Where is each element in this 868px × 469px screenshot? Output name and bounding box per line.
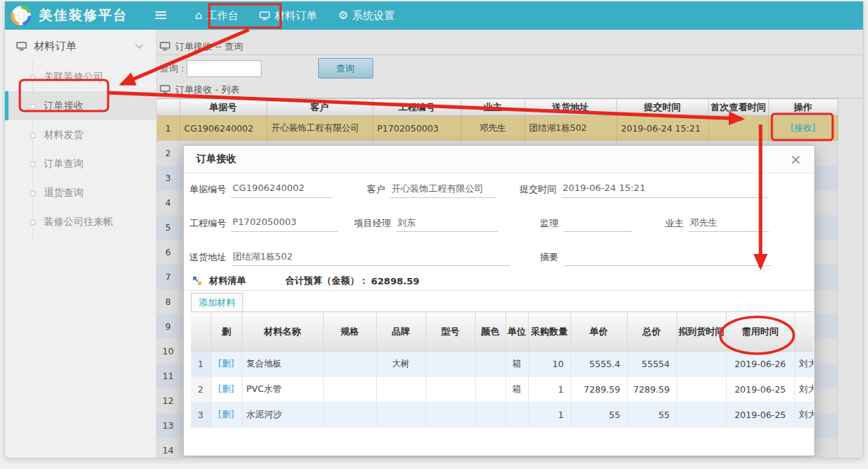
- delete-link[interactable]: [删]: [218, 409, 234, 419]
- cell-unit: 箱: [505, 377, 528, 403]
- sidebar-item-company-accounts[interactable]: 装修公司往来帐: [5, 207, 156, 236]
- field-order-no: 单据编号 CG1906240002: [189, 181, 333, 198]
- cell-rownum: 1: [157, 116, 180, 141]
- cell-rownum: 5: [157, 215, 180, 240]
- materials-column-header: 拟到货时间: [676, 312, 726, 352]
- materials-column-header: [191, 312, 211, 352]
- material-row[interactable]: 3 [删] 水泥河沙 1 55 55 2019-06: [191, 403, 814, 428]
- brand-title: 美佳装修平台: [39, 6, 128, 25]
- materials-column-header: 规格: [323, 312, 376, 352]
- cell-rownum: 8: [157, 289, 180, 314]
- cell-rownum: 3: [191, 403, 211, 428]
- cell-unit-price: 7289.59: [570, 377, 627, 403]
- cell-rownum: 11: [157, 364, 180, 388]
- add-material-button[interactable]: 添加材料: [191, 293, 243, 313]
- monitor-icon: [160, 42, 170, 51]
- cell-rownum: 4: [157, 190, 180, 215]
- cell-extra: 刘大: [794, 403, 814, 428]
- cell-qty: 10: [528, 352, 570, 377]
- cell-rownum: 7: [157, 265, 180, 289]
- sidebar-item-order-receive[interactable]: 订单接收: [5, 91, 156, 120]
- brand-logo-icon: [11, 5, 32, 26]
- cell-order-no: CG1906240002: [180, 116, 266, 141]
- materials-column-header: 总价: [627, 312, 676, 352]
- chevron-down-icon: [135, 40, 143, 48]
- materials-column-header: 采购数量: [528, 312, 570, 352]
- cell-unit-price: 5555.4: [570, 352, 627, 377]
- field-submit-time: 提交时间 2019-06-24 15:21: [520, 181, 768, 198]
- cell-need-time: 2019-06-25: [726, 403, 794, 428]
- nav-item-workbench[interactable]: ⌂ 工作台: [184, 1, 249, 30]
- cell-eta: [676, 377, 726, 403]
- cell-project-no: P1702050003: [373, 116, 461, 141]
- nav-item-system-settings[interactable]: ⚙ 系统设置: [327, 1, 405, 30]
- cell-extra: 刘大: [794, 352, 814, 377]
- field-summary: 摘要: [540, 249, 771, 266]
- field-supervisor: 监理: [540, 215, 633, 232]
- materials-column-header: 颜色: [475, 312, 505, 352]
- materials-column-header: 型号: [426, 312, 475, 352]
- sidebar-item-order-query[interactable]: 订单查询: [5, 149, 156, 178]
- list-column-header: 工程编号: [373, 99, 461, 116]
- menu-toggle-icon[interactable]: ≡: [153, 5, 168, 25]
- cell-unit: 箱: [505, 352, 528, 377]
- field-owner: 业主 邓先生: [665, 215, 769, 232]
- sidebar-item-linked-companies[interactable]: 关联装修公司: [5, 62, 156, 91]
- gear-icon: ⚙: [338, 10, 348, 21]
- material-row[interactable]: 2 [删] PVC水管 箱 1 7289.59 7289.59: [191, 377, 814, 403]
- cell-total-price: 55: [627, 403, 676, 428]
- cell-total-price: 55554: [627, 352, 676, 377]
- cell-rownum: 9: [157, 314, 180, 339]
- cell-rownum: 2: [157, 141, 180, 166]
- search-input[interactable]: [187, 60, 262, 77]
- sidebar-item-material-shipping[interactable]: 材料发货: [5, 120, 156, 149]
- delete-link[interactable]: [删]: [218, 358, 234, 369]
- sidebar: 材料订单 关联装修公司 订单接收 材料发货 订单查询 退货查询 装修公司往来帐: [5, 30, 157, 458]
- list-header-row: 单据号客户工程编号业主送货地址提交时间首次查看时间操作: [157, 99, 838, 116]
- close-icon[interactable]: ×: [790, 152, 802, 166]
- cell-first-view-time: [708, 116, 768, 141]
- cell-model: [426, 352, 475, 377]
- app-window: 美佳装修平台 ≡ ⌂ 工作台 材料订单 ⚙ 系统设置: [4, 1, 864, 458]
- collapse-icon[interactable]: [192, 276, 202, 286]
- sidebar-group-material-orders[interactable]: 材料订单: [5, 30, 156, 62]
- materials-column-header: [794, 312, 814, 352]
- order-receive-dialog: 订单接收 × 单据编号 CG1906240002 客户 开心装饰工程有限公司 提…: [183, 145, 815, 456]
- search-button[interactable]: 查询: [318, 58, 373, 79]
- cell-brand: [376, 377, 426, 403]
- nav-item-material-orders[interactable]: 材料订单: [249, 1, 327, 30]
- materials-column-header: 材料名称: [242, 312, 323, 352]
- budget-label: 合计预算（金额）：: [286, 274, 368, 287]
- list-column-header: 单据号: [180, 99, 266, 116]
- sidebar-item-return-query[interactable]: 退货查询: [5, 178, 156, 207]
- brand: 美佳装修平台: [5, 5, 151, 26]
- list-column-header: 操作: [768, 99, 838, 116]
- delete-link[interactable]: [删]: [218, 383, 234, 394]
- monitor-icon: [16, 42, 27, 51]
- search-section-title: 订单接收 -- 查询: [157, 38, 863, 55]
- materials-body: 1 [删] 复合地板 大树 箱 10 5555.4 55554: [191, 352, 814, 428]
- materials-table-wrap: 删材料名称规格品牌型号颜色单位采购数量单价总价拟到货时间需用时间 1 [删] 复…: [191, 311, 814, 432]
- top-navbar: 美佳装修平台 ≡ ⌂ 工作台 材料订单 ⚙ 系统设置: [5, 1, 863, 30]
- cell-color: [475, 377, 505, 403]
- cell-rownum: 3: [157, 166, 180, 190]
- receive-action-link[interactable]: [接收]: [791, 122, 816, 133]
- cell-unit-price: 55: [570, 403, 627, 428]
- cell-qty: 1: [528, 403, 570, 428]
- monitor-icon: [160, 85, 170, 94]
- cell-material-name: 复合地板: [242, 352, 323, 377]
- cell-rownum: 10: [157, 339, 180, 364]
- material-row[interactable]: 1 [删] 复合地板 大树 箱 10 5555.4 55554: [191, 352, 814, 377]
- list-row-selected[interactable]: 1 CG1906240002 开心装饰工程有限公司 P1702050003 邓先…: [157, 116, 838, 141]
- cell-rownum: 1: [191, 352, 211, 377]
- cell-owner: 邓先生: [461, 116, 524, 141]
- materials-column-header: 删: [211, 312, 242, 352]
- dialog-header: 订单接收 ×: [184, 146, 814, 173]
- budget-value: 62898.59: [371, 276, 419, 286]
- monitor-icon: [259, 11, 270, 21]
- list-column-header: 送货地址: [524, 99, 616, 116]
- divider: [184, 290, 814, 291]
- materials-column-header: 品牌: [376, 312, 426, 352]
- sidebar-items: 关联装修公司 订单接收 材料发货 订单查询 退货查询 装修公司往来帐: [5, 62, 156, 236]
- materials-title-bar: 材料清单 合计预算（金额）： 62898.59: [192, 274, 419, 287]
